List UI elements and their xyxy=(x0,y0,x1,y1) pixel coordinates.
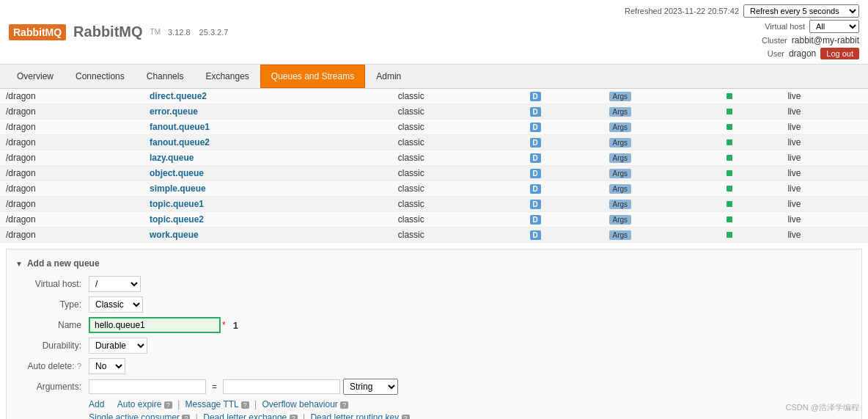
name-cell[interactable]: topic.queue2 xyxy=(144,212,392,227)
status-cell: live xyxy=(781,89,868,104)
type-cell: classic xyxy=(392,135,524,150)
auto-delete-form-label: Auto delete: ? xyxy=(15,361,89,371)
args-cell[interactable]: Args xyxy=(603,166,721,181)
vhost-form-row: Virtual host: / /dragon xyxy=(15,276,853,292)
auto-expire-link[interactable]: Auto expire xyxy=(117,399,162,409)
message-ttl-help[interactable]: ? xyxy=(241,401,249,409)
queue-table: /dragon direct.queue2 classic D Args liv… xyxy=(0,89,868,243)
single-active-help[interactable]: ? xyxy=(182,415,190,419)
version-info: 3.12.8 25.3.2.7 xyxy=(168,28,228,37)
dead-letter-exchange-help[interactable]: ? xyxy=(290,415,298,419)
name-cell[interactable]: work.queue xyxy=(144,227,392,243)
table-row: /dragon direct.queue2 classic D Args liv… xyxy=(0,89,868,104)
main-nav: Overview Connections Channels Exchanges … xyxy=(0,65,868,89)
logo-tm: TM xyxy=(150,28,161,36)
nav-connections[interactable]: Connections xyxy=(65,65,136,88)
vhost-form-label: Virtual host: xyxy=(15,279,89,289)
type-cell: classic xyxy=(392,197,524,212)
status-dot-cell xyxy=(721,89,781,104)
args-type-select[interactable]: String Number Boolean List xyxy=(343,379,398,395)
cluster-value: rabbit@my-rabbit xyxy=(792,35,859,45)
name-cell[interactable]: fanout.queue2 xyxy=(144,135,392,150)
args-cell[interactable]: Args xyxy=(603,104,721,120)
refreshed-label: Refreshed 2023-11-22 20:57:42 xyxy=(625,7,739,15)
args-cell[interactable]: Args xyxy=(603,197,721,212)
dead-letter-routing-help[interactable]: ? xyxy=(402,415,410,419)
status-dot-cell xyxy=(721,135,781,150)
eq-sign: = xyxy=(209,382,220,392)
overflow-help[interactable]: ? xyxy=(340,401,348,409)
vhost-cell: /dragon xyxy=(0,135,144,150)
status-cell: live xyxy=(781,197,868,212)
type-cell: classic xyxy=(392,150,524,166)
sep2: | xyxy=(254,399,259,409)
args-cell[interactable]: Args xyxy=(603,120,721,135)
status-dot-cell xyxy=(721,120,781,135)
status-dot-cell xyxy=(721,104,781,120)
vhost-form-select[interactable]: / /dragon xyxy=(89,276,141,292)
type-cell: classic xyxy=(392,212,524,227)
durability-form-label: Durability: xyxy=(15,340,89,351)
nav-queues-streams[interactable]: Queues and Streams xyxy=(260,65,365,88)
status-cell: live xyxy=(781,120,868,135)
auto-delete-help[interactable]: ? xyxy=(77,362,81,371)
vhost-cell: /dragon xyxy=(0,197,144,212)
durability-form-select[interactable]: Durable Transient xyxy=(89,338,147,354)
type-form-select[interactable]: Classic Quorum Stream xyxy=(89,296,143,313)
args-cell[interactable]: Args xyxy=(603,181,721,197)
name-num-label: 1 xyxy=(233,320,238,331)
content-area: /dragon direct.queue2 classic D Args liv… xyxy=(0,89,868,419)
name-cell[interactable]: object.queue xyxy=(144,166,392,181)
vhost-cell: /dragon xyxy=(0,181,144,197)
message-ttl-link[interactable]: Message TTL xyxy=(185,399,239,409)
durability-cell: D xyxy=(524,166,603,181)
sep4: | xyxy=(303,412,307,419)
name-cell[interactable]: fanout.queue1 xyxy=(144,120,392,135)
cluster-label: Cluster xyxy=(762,36,787,45)
args-cell[interactable]: Args xyxy=(603,150,721,166)
durability-cell: D xyxy=(524,120,603,135)
args-cell[interactable]: Args xyxy=(603,89,721,104)
refresh-select[interactable]: Refresh every 5 seconds Refresh every 10… xyxy=(743,4,859,18)
status-dot-cell xyxy=(721,197,781,212)
name-input[interactable] xyxy=(89,317,221,333)
auto-delete-select[interactable]: No Yes xyxy=(89,358,125,374)
vhost-row: Virtual host All / /dragon xyxy=(765,20,859,33)
nav-channels[interactable]: Channels xyxy=(136,65,195,88)
table-row: /dragon fanout.queue2 classic D Args liv… xyxy=(0,135,868,150)
name-cell[interactable]: lazy.queue xyxy=(144,150,392,166)
overflow-link[interactable]: Overflow behaviour xyxy=(262,399,337,409)
args-cell[interactable]: Args xyxy=(603,227,721,243)
single-active-link[interactable]: Single active consumer xyxy=(89,412,180,419)
type-cell: classic xyxy=(392,120,524,135)
logout-button[interactable]: Log out xyxy=(820,48,859,59)
status-dot-cell xyxy=(721,212,781,227)
auto-expire-help[interactable]: ? xyxy=(164,401,172,409)
status-cell: live xyxy=(781,181,868,197)
args-value-input[interactable] xyxy=(223,379,340,394)
name-cell[interactable]: error.queue xyxy=(144,104,392,120)
status-cell: live xyxy=(781,104,868,120)
durability-cell: D xyxy=(524,104,603,120)
durability-cell: D xyxy=(524,89,603,104)
args-cell[interactable]: Args xyxy=(603,135,721,150)
name-cell[interactable]: simple.queue xyxy=(144,181,392,197)
vhost-select[interactable]: All / /dragon xyxy=(809,20,859,33)
args-key-input[interactable] xyxy=(89,379,206,394)
status-dot-cell xyxy=(721,166,781,181)
name-form-row: Name * 1 xyxy=(15,317,853,333)
nav-overview[interactable]: Overview xyxy=(6,65,65,88)
section-title[interactable]: ▼ Add a new queue xyxy=(15,258,853,269)
type-cell: classic xyxy=(392,227,524,243)
dead-letter-routing-link[interactable]: Dead letter routing key xyxy=(310,412,399,419)
args-cell[interactable]: Args xyxy=(603,212,721,227)
type-cell: classic xyxy=(392,104,524,120)
nav-exchanges[interactable]: Exchanges xyxy=(194,65,260,88)
name-cell[interactable]: topic.queue1 xyxy=(144,197,392,212)
dead-letter-exchange-link[interactable]: Dead letter exchange xyxy=(203,412,287,419)
table-row: /dragon object.queue classic D Args live xyxy=(0,166,868,181)
shortcuts-row2: Single active consumer ? | Dead letter e… xyxy=(89,412,853,419)
name-cell[interactable]: direct.queue2 xyxy=(144,89,392,104)
nav-admin[interactable]: Admin xyxy=(365,65,412,88)
logo-box: RabbitMQ xyxy=(9,24,66,40)
